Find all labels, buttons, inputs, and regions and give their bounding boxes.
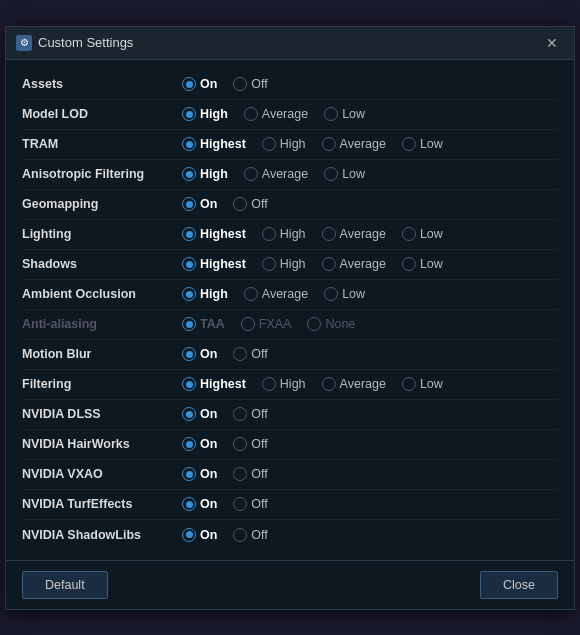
- radio-option[interactable]: Off: [233, 437, 267, 451]
- radio-label: High: [280, 377, 306, 391]
- radio-label: Low: [420, 257, 443, 271]
- radio-option[interactable]: On: [182, 407, 217, 421]
- radio-button[interactable]: [322, 257, 336, 271]
- radio-button[interactable]: [322, 227, 336, 241]
- radio-option[interactable]: On: [182, 437, 217, 451]
- radio-button[interactable]: [182, 317, 196, 331]
- row-options: TAAFXAANone: [182, 317, 558, 331]
- radio-option[interactable]: High: [262, 227, 306, 241]
- radio-option[interactable]: Off: [233, 197, 267, 211]
- radio-option[interactable]: Average: [322, 377, 386, 391]
- radio-button[interactable]: [233, 197, 247, 211]
- radio-option[interactable]: Off: [233, 347, 267, 361]
- radio-option[interactable]: Average: [244, 107, 308, 121]
- radio-button[interactable]: [262, 227, 276, 241]
- radio-button[interactable]: [402, 377, 416, 391]
- radio-option[interactable]: On: [182, 467, 217, 481]
- radio-button[interactable]: [182, 347, 196, 361]
- radio-button[interactable]: [233, 407, 247, 421]
- radio-button[interactable]: [262, 377, 276, 391]
- radio-button[interactable]: [182, 77, 196, 91]
- radio-option[interactable]: Highest: [182, 137, 246, 151]
- radio-button[interactable]: [324, 287, 338, 301]
- radio-button[interactable]: [322, 137, 336, 151]
- radio-option[interactable]: On: [182, 528, 217, 542]
- radio-button[interactable]: [182, 287, 196, 301]
- radio-option[interactable]: Low: [324, 167, 365, 181]
- radio-option[interactable]: Off: [233, 497, 267, 511]
- radio-button[interactable]: [233, 497, 247, 511]
- radio-option[interactable]: High: [262, 257, 306, 271]
- radio-option[interactable]: None: [307, 317, 355, 331]
- radio-option[interactable]: TAA: [182, 317, 225, 331]
- radio-option[interactable]: Average: [244, 287, 308, 301]
- radio-button[interactable]: [233, 528, 247, 542]
- row-label: NVIDIA VXAO: [22, 467, 182, 481]
- radio-option[interactable]: Off: [233, 528, 267, 542]
- row-label: Assets: [22, 77, 182, 91]
- radio-button[interactable]: [182, 137, 196, 151]
- radio-button[interactable]: [182, 467, 196, 481]
- radio-option[interactable]: Off: [233, 77, 267, 91]
- radio-button[interactable]: [324, 107, 338, 121]
- radio-button[interactable]: [233, 437, 247, 451]
- close-icon[interactable]: ✕: [540, 33, 564, 53]
- radio-button[interactable]: [182, 528, 196, 542]
- radio-option[interactable]: High: [182, 287, 228, 301]
- radio-button[interactable]: [182, 227, 196, 241]
- radio-option[interactable]: High: [182, 167, 228, 181]
- radio-option[interactable]: Average: [322, 137, 386, 151]
- radio-button[interactable]: [233, 347, 247, 361]
- radio-button[interactable]: [233, 77, 247, 91]
- radio-button[interactable]: [402, 227, 416, 241]
- radio-option[interactable]: FXAA: [241, 317, 292, 331]
- radio-option[interactable]: Low: [402, 137, 443, 151]
- radio-button[interactable]: [182, 197, 196, 211]
- radio-label: Off: [251, 347, 267, 361]
- radio-button[interactable]: [241, 317, 255, 331]
- radio-button[interactable]: [244, 167, 258, 181]
- radio-button[interactable]: [182, 167, 196, 181]
- radio-button[interactable]: [324, 167, 338, 181]
- settings-row: NVIDIA VXAOOnOff: [22, 460, 558, 490]
- radio-button[interactable]: [182, 497, 196, 511]
- radio-option[interactable]: High: [182, 107, 228, 121]
- radio-option[interactable]: Off: [233, 467, 267, 481]
- radio-option[interactable]: Low: [402, 227, 443, 241]
- radio-button[interactable]: [402, 257, 416, 271]
- radio-option[interactable]: Low: [324, 107, 365, 121]
- radio-option[interactable]: High: [262, 377, 306, 391]
- radio-option[interactable]: High: [262, 137, 306, 151]
- radio-button[interactable]: [262, 137, 276, 151]
- radio-option[interactable]: Low: [402, 257, 443, 271]
- radio-option[interactable]: On: [182, 347, 217, 361]
- default-button[interactable]: Default: [22, 571, 108, 599]
- radio-button[interactable]: [402, 137, 416, 151]
- radio-option[interactable]: Off: [233, 407, 267, 421]
- radio-option[interactable]: Average: [322, 257, 386, 271]
- radio-option[interactable]: On: [182, 77, 217, 91]
- radio-option[interactable]: Average: [322, 227, 386, 241]
- radio-option[interactable]: Highest: [182, 257, 246, 271]
- radio-button[interactable]: [233, 467, 247, 481]
- radio-button[interactable]: [182, 407, 196, 421]
- radio-option[interactable]: Average: [244, 167, 308, 181]
- radio-button[interactable]: [322, 377, 336, 391]
- radio-option[interactable]: Highest: [182, 377, 246, 391]
- radio-button[interactable]: [182, 377, 196, 391]
- radio-label: On: [200, 437, 217, 451]
- radio-label: High: [200, 287, 228, 301]
- radio-option[interactable]: On: [182, 497, 217, 511]
- radio-button[interactable]: [307, 317, 321, 331]
- radio-option[interactable]: Highest: [182, 227, 246, 241]
- close-button[interactable]: Close: [480, 571, 558, 599]
- radio-option[interactable]: On: [182, 197, 217, 211]
- radio-button[interactable]: [182, 257, 196, 271]
- radio-option[interactable]: Low: [402, 377, 443, 391]
- radio-button[interactable]: [182, 437, 196, 451]
- radio-button[interactable]: [182, 107, 196, 121]
- radio-button[interactable]: [244, 107, 258, 121]
- radio-button[interactable]: [244, 287, 258, 301]
- radio-option[interactable]: Low: [324, 287, 365, 301]
- radio-button[interactable]: [262, 257, 276, 271]
